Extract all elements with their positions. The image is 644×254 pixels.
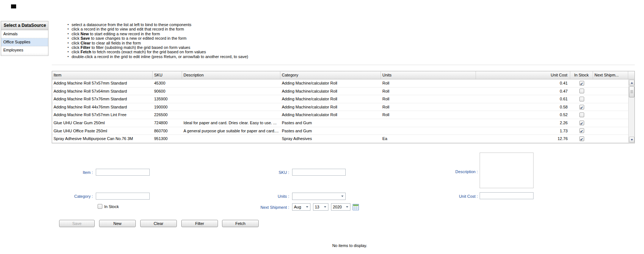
chevron-down-icon <box>324 206 326 208</box>
save-button[interactable]: Save <box>59 220 95 227</box>
cell-sku: 724800 <box>153 119 182 127</box>
chevron-down-icon <box>306 206 308 208</box>
cell-category: Spray Adhesives <box>280 135 381 143</box>
cell-sku: 135900 <box>153 95 182 103</box>
next-shipment-day-select[interactable]: 13 <box>313 203 328 211</box>
fetch-button[interactable]: Fetch <box>222 220 259 227</box>
column-header-sku[interactable]: SKU <box>153 71 182 79</box>
cell-next-shipment <box>593 127 628 135</box>
units-label: Units : <box>251 194 289 199</box>
cell-sku: 90600 <box>153 87 182 95</box>
table-row[interactable]: Adding Machine Roll 57x57mm Lint Free226… <box>52 111 628 119</box>
cell-description <box>182 111 280 119</box>
category-field[interactable] <box>96 193 150 200</box>
table-row[interactable]: Spray Adhesive Multipurpose Can No.76 3M… <box>52 135 628 143</box>
description-label: Description : <box>437 169 478 174</box>
sku-label: SKU : <box>251 170 289 175</box>
table-row[interactable]: Glue UHU Clear Gum 250ml724800Ideal for … <box>52 119 628 127</box>
sku-field[interactable] <box>292 169 346 176</box>
column-header-in-stock[interactable]: In Stock <box>570 71 593 79</box>
grid-top-divider <box>52 65 635 65</box>
cell-category: Adding Machine/calculator Roll <box>280 87 381 95</box>
cell-next-shipment <box>593 103 628 111</box>
records-grid: ItemSKUDescriptionCategoryUnitsUnit Cost… <box>52 71 635 143</box>
unit-cost-label: Unit Cost : <box>437 194 478 199</box>
table-row[interactable]: Adding Machine Roll 44x76mm Standard1900… <box>52 103 628 111</box>
in-stock-checkbox[interactable] <box>98 204 102 209</box>
cell-sku: 226500 <box>153 111 182 119</box>
column-header-item[interactable]: Item <box>52 71 153 79</box>
cell-unit-cost: 0.41 <box>476 79 570 87</box>
item-field[interactable] <box>96 169 150 176</box>
in-stock-checkbox[interactable] <box>579 136 584 141</box>
item-label: Item : <box>52 170 93 175</box>
grid-vertical-scrollbar[interactable] <box>628 79 634 143</box>
window-artifact <box>11 4 16 8</box>
table-row[interactable]: Adding Machine Roll 57x57mm Standard4530… <box>52 79 628 87</box>
cell-description <box>182 87 280 95</box>
next-shipment-month-select[interactable]: Aug <box>292 203 310 211</box>
units-select[interactable] <box>292 193 346 200</box>
datasource-item-employees[interactable]: Employees <box>1 46 48 54</box>
chevron-down-icon <box>346 206 348 208</box>
in-stock-checkbox[interactable] <box>579 81 584 86</box>
cell-units: Roll <box>381 95 476 103</box>
column-header-unit-cost[interactable]: Unit Cost <box>476 71 570 79</box>
cell-item: Adding Machine Roll 57x76mm Standard <box>52 95 153 103</box>
column-header-category[interactable]: Category <box>280 71 381 79</box>
in-stock-checkbox[interactable] <box>579 97 584 101</box>
table-row[interactable]: Adding Machine Roll 57x64mm Standard9060… <box>52 87 628 96</box>
cell-sku: 45300 <box>153 79 182 87</box>
column-header-units[interactable]: Units <box>381 71 476 79</box>
scroll-up-button[interactable] <box>629 80 634 86</box>
description-textarea[interactable] <box>480 153 534 188</box>
in-stock-checkbox[interactable] <box>579 112 584 117</box>
cell-unit-cost: 0.61 <box>476 95 570 103</box>
next-shipment-year-select[interactable]: 2020 <box>331 203 350 211</box>
cell-category: Pastes and Gum <box>280 127 381 135</box>
scrollbar-thumb[interactable] <box>629 86 634 97</box>
cell-units: Roll <box>381 103 476 111</box>
datasource-panel-title: Select a DataSource <box>1 21 48 30</box>
cell-item: Adding Machine Roll 57x57mm Lint Free <box>52 111 153 119</box>
table-row[interactable]: Glue UHU Office Paste 250ml860700A gener… <box>52 127 628 135</box>
cell-item: Glue UHU Office Paste 250ml <box>52 127 153 135</box>
cell-in-stock <box>570 87 593 95</box>
scrollbar-grip-icon <box>630 92 633 92</box>
in-stock-field: In Stock <box>98 204 119 209</box>
instruction-item: click Fetch to fetch records (exact matc… <box>67 50 248 54</box>
cell-sku: 951300 <box>153 135 182 143</box>
cell-unit-cost: 0.52 <box>476 111 570 119</box>
arrow-down-icon <box>631 139 633 141</box>
next-shipment-label: Next Shipment : <box>228 205 289 210</box>
column-header-next-shipment[interactable]: Next Shipm... <box>593 71 628 79</box>
cell-item: Adding Machine Roll 44x76mm Standard <box>52 103 153 111</box>
in-stock-checkbox[interactable] <box>579 89 584 93</box>
clear-button[interactable]: Clear <box>140 220 177 227</box>
cell-in-stock <box>570 135 593 143</box>
cell-in-stock <box>570 79 593 87</box>
in-stock-checkbox[interactable] <box>579 121 584 125</box>
date-picker-button[interactable] <box>353 204 359 210</box>
cell-category: Adding Machine/calculator Roll <box>280 95 381 103</box>
category-label: Category : <box>52 194 93 199</box>
month-select-value: Aug <box>294 205 301 209</box>
cell-sku: 860700 <box>153 127 182 135</box>
cell-description: A general purpose glue suitable for pape… <box>182 127 280 135</box>
column-header-description[interactable]: Description <box>182 71 280 79</box>
datasource-item-office-supplies[interactable]: Office Supplies <box>1 38 48 46</box>
in-stock-label: In Stock <box>104 204 119 209</box>
unit-cost-field[interactable] <box>480 192 534 199</box>
new-button[interactable]: New <box>99 220 136 227</box>
in-stock-checkbox[interactable] <box>579 128 584 133</box>
cell-units <box>381 127 476 135</box>
in-stock-checkbox[interactable] <box>579 105 584 110</box>
scroll-down-button[interactable] <box>629 137 634 143</box>
cell-next-shipment <box>593 87 628 95</box>
datasource-item-animals[interactable]: Animals <box>1 30 48 38</box>
table-row[interactable]: Adding Machine Roll 57x76mm Standard1359… <box>52 95 628 103</box>
instruction-item: click Filter to filter (substring match)… <box>67 45 248 50</box>
calendar-icon <box>353 204 359 210</box>
filter-button[interactable]: Filter <box>181 220 218 227</box>
cell-in-stock <box>570 127 593 135</box>
